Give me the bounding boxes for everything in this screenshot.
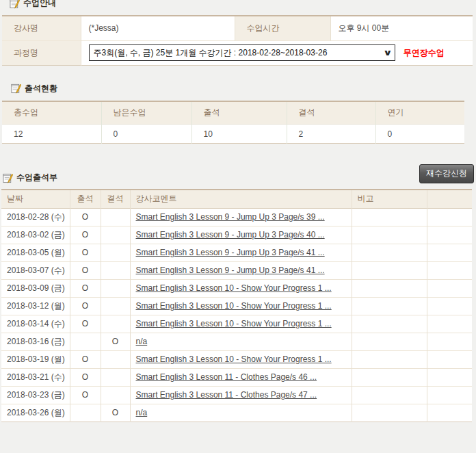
row-absent-mark: O [101, 333, 130, 350]
row-attend-mark: O [70, 368, 101, 386]
section-class-info-title: 수업안내 [10, 0, 476, 9]
row-date: 2018-03-26 (월) [1, 404, 70, 422]
row-attend-mark: O [70, 226, 101, 244]
row-comment: Smart English 3 Lesson 9 - Jump Up 3 Pag… [130, 208, 352, 226]
row-date: 2018-03-23 (금) [1, 386, 70, 404]
row-date: 2018-03-19 (월) [1, 350, 70, 368]
table-row: 2018-03-16 (금)On/a [1, 333, 472, 350]
row-note [352, 333, 427, 350]
row-note [352, 279, 427, 297]
row-note [352, 404, 427, 422]
section-title-label: 수업안내 [23, 0, 56, 9]
row-comment: n/a [130, 404, 352, 422]
row-extra [427, 244, 472, 261]
row-attend-mark: O [70, 279, 101, 297]
row-extra [427, 404, 472, 422]
row-comment: Smart English 3 Lesson 9 - Jump Up 3 Pag… [130, 226, 352, 244]
col-absent: 결석 [287, 101, 375, 125]
class-time-value: 오후 9시 00분 [330, 16, 473, 40]
row-comment: Smart English 3 Lesson 10 - Show Your Pr… [130, 350, 352, 368]
lesson-comment-link[interactable]: Smart English 3 Lesson 11 - Clothes Page… [136, 390, 317, 400]
val-total: 12 [2, 125, 101, 144]
row-absent-mark [101, 279, 130, 297]
row-extra [427, 315, 472, 333]
row-date: 2018-03-05 (월) [1, 244, 70, 261]
row-date: 2018-03-12 (월) [1, 297, 70, 315]
col-attend: 출석 [70, 190, 101, 208]
lesson-comment-link[interactable]: Smart English 3 Lesson 10 - Show Your Pr… [136, 283, 332, 293]
chevron-down-icon: ∨ [383, 48, 393, 57]
lesson-comment-link[interactable]: Smart English 3 Lesson 10 - Show Your Pr… [136, 354, 332, 364]
row-comment: Smart English 3 Lesson 10 - Show Your Pr… [130, 279, 352, 297]
row-extra [427, 350, 472, 368]
no-extension-label: 무연장수업 [404, 48, 445, 57]
row-note [352, 244, 427, 261]
table-row: 2018-03-23 (금)OSmart English 3 Lesson 11… [1, 386, 472, 404]
row-absent-mark [101, 244, 130, 261]
row-extra [427, 386, 472, 404]
table-row: 2018-03-07 (수)OSmart English 3 Lesson 9 … [1, 261, 472, 279]
lesson-comment-link[interactable]: n/a [136, 408, 148, 417]
col-total: 총수업 [2, 101, 101, 125]
col-extra [427, 190, 472, 208]
course-cell: 주3회(월, 수, 금) 25분 1개월 수강기간 : 2018-02-28~2… [81, 40, 473, 65]
lesson-comment-link[interactable]: Smart English 3 Lesson 10 - Show Your Pr… [136, 319, 332, 328]
section-attendance-summary-title: 출석현황 [11, 83, 476, 94]
row-attend-mark [70, 333, 101, 350]
col-attended: 출석 [191, 101, 287, 125]
col-remaining: 남은수업 [101, 101, 191, 125]
row-comment: Smart English 3 Lesson 11 - Clothes Page… [130, 368, 352, 386]
row-attend-mark: O [70, 261, 101, 279]
row-attend-mark [70, 404, 101, 422]
row-attend-mark: O [70, 244, 101, 261]
table-row: 2018-03-26 (월)On/a [1, 404, 472, 422]
lesson-comment-link[interactable]: Smart English 3 Lesson 9 - Jump Up 3 Pag… [136, 248, 325, 257]
row-extra [427, 279, 472, 297]
lesson-comment-link[interactable]: Smart English 3 Lesson 9 - Jump Up 3 Pag… [136, 266, 325, 275]
row-comment: Smart English 3 Lesson 10 - Show Your Pr… [130, 315, 352, 333]
val-attended: 10 [191, 125, 287, 144]
attendance-rows: 2018-02-28 (수)OSmart English 3 Lesson 9 … [1, 208, 472, 422]
row-extra [427, 333, 472, 350]
attendance-summary-table: 총수업 남은수업 출석 결석 연기 12 0 10 2 0 [2, 101, 464, 144]
class-time-label: 수업시간 [235, 16, 330, 40]
row-date: 2018-03-07 (수) [1, 261, 70, 279]
course-label: 과정명 [2, 40, 81, 65]
row-absent-mark [101, 350, 130, 368]
row-comment: Smart English 3 Lesson 9 - Jump Up 3 Pag… [130, 244, 352, 261]
row-extra [427, 368, 472, 386]
row-extra [427, 208, 472, 226]
lesson-comment-link[interactable]: Smart English 3 Lesson 9 - Jump Up 3 Pag… [136, 212, 325, 222]
row-note [352, 226, 427, 244]
lesson-comment-link[interactable]: Smart English 3 Lesson 9 - Jump Up 3 Pag… [136, 230, 325, 240]
row-date: 2018-03-02 (금) [1, 226, 70, 244]
col-comment: 강사코멘트 [130, 190, 352, 208]
row-absent-mark [101, 297, 130, 315]
row-absent-mark [101, 261, 130, 279]
row-note [352, 368, 427, 386]
row-date: 2018-03-21 (수) [1, 368, 70, 386]
notepad-pencil-icon [10, 0, 20, 9]
table-row: 2018-03-09 (금)OSmart English 3 Lesson 10… [1, 279, 472, 297]
section-title-label: 출석현황 [25, 83, 57, 94]
row-date: 2018-03-14 (수) [1, 315, 70, 333]
col-absent: 결석 [101, 190, 130, 208]
reapply-course-button[interactable]: 재수강신청 [419, 164, 474, 183]
row-date: 2018-03-09 (금) [1, 279, 70, 297]
lesson-comment-link[interactable]: n/a [136, 337, 148, 346]
table-row: 2018-03-21 (수)OSmart English 3 Lesson 11… [1, 368, 472, 386]
row-extra [427, 297, 472, 315]
class-info-table: 강사명 (*Jessa) 수업시간 오후 9시 00분 과정명 주3회(월, 수… [2, 15, 473, 66]
section-title-label: 수업출석부 [16, 172, 57, 183]
row-absent-mark [101, 386, 130, 404]
lesson-comment-link[interactable]: Smart English 3 Lesson 11 - Clothes Page… [136, 372, 317, 382]
table-row: 2018-02-28 (수)OSmart English 3 Lesson 9 … [1, 208, 472, 226]
lesson-comment-link[interactable]: Smart English 3 Lesson 10 - Show Your Pr… [136, 301, 332, 311]
row-absent-mark: O [101, 404, 130, 422]
table-row: 2018-03-12 (월)OSmart English 3 Lesson 10… [1, 297, 472, 315]
course-select[interactable]: 주3회(월, 수, 금) 25분 1개월 수강기간 : 2018-02-28~2… [89, 44, 395, 61]
row-note [352, 386, 427, 404]
attendance-sheet-header: 수업출석부 재수강신청 [2, 164, 474, 183]
instructor-value: (*Jessa) [81, 16, 235, 40]
row-attend-mark: O [70, 350, 101, 368]
